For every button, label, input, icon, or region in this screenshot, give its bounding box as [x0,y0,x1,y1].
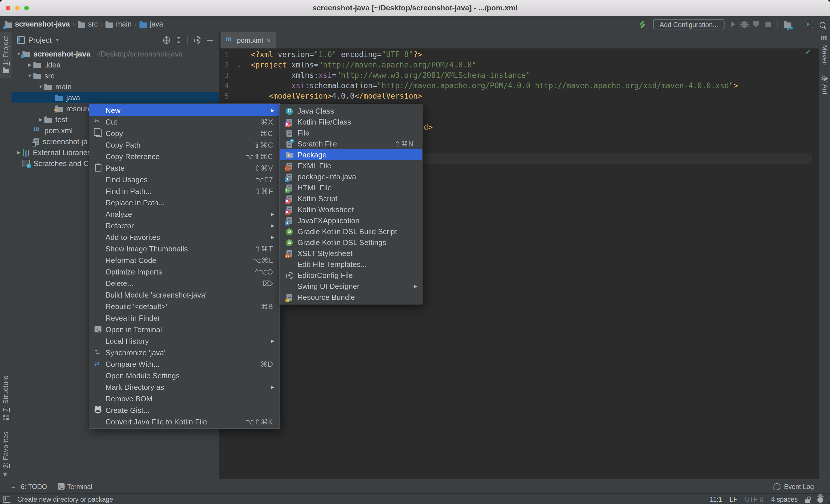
inspection-profile-icon[interactable] [817,497,823,503]
menu-item-create-gist[interactable]: Create Gist... [89,404,279,416]
menu-item-show-image-thumbnails[interactable]: Show Image Thumbnails⇧⌘T [89,243,279,254]
submenu-item-javafxapplication[interactable]: JavaFXApplication [280,215,422,226]
submenu-item-package[interactable]: Package [280,149,422,160]
menu-item-convert-java-file-to-kotlin-file[interactable]: Convert Java File to Kotlin File⌥⇧⌘K [89,416,279,427]
tree-item-src[interactable]: ▼src [11,70,219,81]
submenu-item-file[interactable]: File [280,127,422,138]
submenu-item-java-class[interactable]: Java Class [280,105,422,117]
code-line[interactable]: 2<project xmlns="http://maven.apache.org… [220,60,819,70]
submenu-item-xslt-stylesheet[interactable]: XSLT Stylesheet [280,248,422,259]
chevron-down-icon[interactable]: ▼ [55,37,60,43]
stop-icon[interactable] [765,22,771,27]
code-line[interactable]: 3 xmlns:xsi="http://www.w3.org/2001/XMLS… [220,70,819,81]
submenu-item-package-info-java[interactable]: package-info.java [280,171,422,182]
debug-icon[interactable] [742,21,747,27]
sidebar-item-favorites[interactable]: 2: Favorites [0,431,11,478]
tree-item-idea[interactable]: ▶.idea [11,59,219,70]
menu-item-add-to-favorites[interactable]: Add to Favorites▶ [89,231,279,243]
menu-item-delete[interactable]: Delete...⌦ [89,277,279,289]
todo-button[interactable]: 6: TODO [11,483,47,490]
menu-item-refactor[interactable]: Refactor▶ [89,220,279,231]
breadcrumb-item-java[interactable]: java [139,20,163,28]
collapse-all-icon[interactable] [176,37,182,43]
sidebar-item-ant[interactable]: Ant [819,76,830,95]
submenu-item-kotlin-file-class[interactable]: Kotlin File/Class [280,117,422,127]
menu-item-build-module-screenshot-java[interactable]: Build Module 'screenshot-java' [89,289,279,301]
add-configuration-button[interactable]: Add Configuration... [653,19,725,29]
menu-item-rebuild-default[interactable]: Rebuild '<default>'⌘B [89,301,279,312]
lock-icon[interactable] [805,499,810,503]
code-line[interactable]: 4 xsi:schemaLocation="http://maven.apach… [220,81,819,91]
code-line[interactable]: 5 <modelVersion>4.0.0</modelVersion> [220,91,819,101]
menu-item-copy-path[interactable]: Copy Path⇧⌘C [89,139,279,151]
close-icon[interactable]: × [266,37,271,44]
submenu-item-scratch-file[interactable]: Scratch File⇧⌘N [280,138,422,149]
tab-pom-xml[interactable]: pom.xml × [221,32,276,49]
project-structure-icon[interactable] [784,22,791,27]
menu-item-copy-reference[interactable]: Copy Reference⌥⇧⌘C [89,151,279,162]
submenu-item-gradle-kotlin-dsl-settings[interactable]: Gradle Kotlin DSL Settings [280,237,422,248]
expand-arrow-icon[interactable]: ▶ [26,62,33,67]
menu-item-cut[interactable]: Cut⌘X [89,116,279,127]
caret-position[interactable]: 11:1 [710,496,722,503]
expand-arrow-icon[interactable]: ▶ [37,117,44,122]
submenu-item-swing-ui-designer[interactable]: Swing UI Designer▶ [280,281,422,292]
project-panel-title[interactable]: Project [28,36,52,44]
sidebar-item-project[interactable]: 1: Project [0,32,11,78]
breadcrumb-item-src[interactable]: src [78,20,98,28]
code-area[interactable]: 1<?xml version="1.0" encoding="UTF-8"?>2… [220,49,819,101]
breadcrumb-item-screenshot-java[interactable]: screenshot-java [5,20,70,28]
submenu-item-fxml-file[interactable]: FXML File [280,160,422,171]
menu-item-copy[interactable]: Copy⌘C [89,127,279,139]
menu-item-paste[interactable]: Paste⇧⌘V [89,162,279,174]
menu-item-synchronize-java[interactable]: Synchronize 'java' [89,347,279,358]
tree-item-main[interactable]: ▼main [11,81,219,92]
menu-item-compare-with[interactable]: Compare With...⌘D [89,358,279,370]
expand-arrow-icon[interactable]: ▼ [37,84,44,89]
menu-item-mark-directory-as[interactable]: Mark Directory as▶ [89,381,279,393]
submenu-item-gradle-kotlin-dsl-build-script[interactable]: Gradle Kotlin DSL Build Script [280,226,422,237]
toggle-tool-windows-icon[interactable] [3,496,10,503]
locate-file-icon[interactable] [163,37,170,43]
sidebar-item-maven[interactable]: Maven [819,36,830,66]
event-log-button[interactable]: Event Log [773,483,814,490]
submenu-item-editorconfig-file[interactable]: EditorConfig File [280,270,422,281]
build-hammer-icon[interactable] [639,20,647,28]
menu-item-find-usages[interactable]: Find Usages⌥F7 [89,174,279,185]
menu-item-find-in-path[interactable]: Find in Path...⇧⌘F [89,185,279,197]
menu-item-optimize-imports[interactable]: Optimize Imports^⌥O [89,266,279,277]
sidebar-item-structure[interactable]: 7: Structure [0,375,11,420]
hide-panel-icon[interactable] [207,37,213,43]
submenu-item-html-file[interactable]: HTML File [280,182,422,193]
tree-item-screenshot-java[interactable]: ▼screenshot-java~/Desktop/screenshot-jav… [11,49,219,59]
menu-item-open-module-settings[interactable]: Open Module Settings [89,370,279,381]
expand-arrow-icon[interactable]: ▼ [26,73,33,78]
indent-setting[interactable]: 4 spaces [771,496,798,503]
terminal-button[interactable]: Terminal [57,483,92,490]
menu-item-new[interactable]: New▶ [89,104,279,116]
menu-item-replace-in-path[interactable]: Replace in Path... [89,197,279,208]
menu-item-analyze[interactable]: Analyze▶ [89,208,279,220]
line-separator[interactable]: LF [730,496,737,503]
code-line[interactable]: 1<?xml version="1.0" encoding="UTF-8"?> [220,50,819,60]
menu-item-remove-bom[interactable]: Remove BOM [89,393,279,404]
submenu-item-resource-bundle[interactable]: Resource Bundle [280,292,422,303]
gear-icon[interactable] [194,36,201,44]
run-icon[interactable] [731,21,735,27]
menu-item-local-history[interactable]: Local History▶ [89,335,279,347]
menu-item-reformat-code[interactable]: Reformat Code⌥⌘L [89,254,279,266]
submenu-item-edit-file-templates[interactable]: Edit File Templates... [280,259,422,270]
submenu-item-kotlin-worksheet[interactable]: Kotlin Worksheet [280,204,422,215]
menu-item-reveal-in-finder[interactable]: Reveal in Finder [89,312,279,323]
coverage-icon[interactable] [753,21,759,27]
tree-item-java[interactable]: java [11,92,219,103]
fold-marker-icon[interactable]: ⌄ [237,60,241,70]
breadcrumb-item-main[interactable]: main [105,20,131,28]
inspection-ok-icon[interactable] [805,49,813,57]
file-encoding[interactable]: UTF-8 [745,496,764,503]
submenu-item-kotlin-script[interactable]: Kotlin Script [280,193,422,204]
search-everywhere-icon[interactable] [820,22,825,27]
menu-item-open-in-terminal[interactable]: Open in Terminal [89,323,279,335]
run-anything-icon[interactable] [805,21,813,28]
expand-arrow-icon[interactable]: ▶ [15,150,23,155]
